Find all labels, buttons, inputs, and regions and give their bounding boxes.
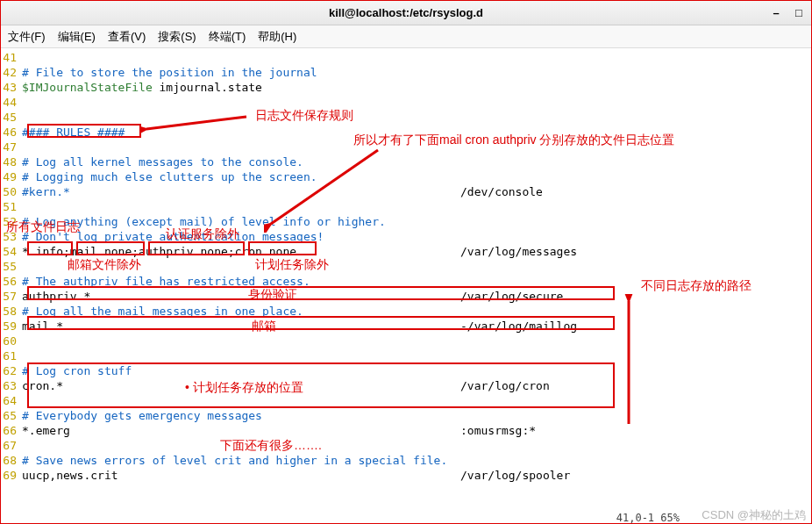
line-53: # Don't log private authentication messa…	[22, 229, 811, 244]
line-62: # Log cron stuff	[22, 363, 811, 378]
line-41	[22, 50, 811, 65]
line-63a: cron.*	[22, 378, 460, 393]
line-50a: #kern.*	[22, 184, 460, 199]
maximize-icon[interactable]: □	[792, 6, 806, 20]
window-controls: – □	[769, 6, 806, 20]
menu-edit[interactable]: 编辑(E)	[58, 29, 96, 45]
menu-help[interactable]: 帮助(H)	[258, 29, 296, 45]
editor-area[interactable]: 41 42# File to store the position in the…	[1, 48, 811, 524]
line-54a: *.info;mail.none;authpriv.none;cron.none	[22, 244, 460, 259]
line-61	[22, 348, 811, 363]
line-68: # Save news errors of level crit and hig…	[22, 453, 811, 468]
line-42: # File to store the position in the jour…	[22, 65, 811, 80]
menu-view[interactable]: 查看(V)	[108, 29, 146, 45]
line-57b: /var/log/secure	[460, 290, 563, 303]
line-67	[22, 438, 811, 453]
menu-search[interactable]: 搜索(S)	[158, 29, 196, 45]
line-69b: /var/log/spooler	[460, 469, 570, 482]
line-54b: /var/log/messages	[460, 245, 577, 258]
line-59b: -/var/log/maillog	[460, 319, 577, 333]
line-51	[22, 199, 811, 214]
line-44	[22, 95, 811, 110]
menu-file[interactable]: 文件(F)	[8, 29, 46, 45]
line-65: # Everybody gets emergency messages	[22, 408, 811, 423]
line-64	[22, 393, 811, 408]
code-lines: 41 42# File to store the position in the…	[1, 48, 811, 483]
line-49: # Logging much else clutters up the scre…	[22, 169, 811, 184]
window-title: kill@localhost:/etc/rsyslog.d	[329, 6, 483, 19]
status-bar: 41,0-1 65%	[616, 512, 680, 524]
line-50b: /dev/console	[460, 185, 543, 198]
line-45	[22, 110, 811, 125]
line-57a: authpriv.*	[22, 289, 460, 304]
line-69a: uucp,news.crit	[22, 468, 460, 483]
menubar: 文件(F) 编辑(E) 查看(V) 搜索(S) 终端(T) 帮助(H)	[1, 25, 811, 48]
line-63b: /var/log/cron	[460, 379, 550, 392]
line-58: # Log all the mail messages in one place…	[22, 304, 811, 319]
line-55	[22, 259, 811, 274]
menu-terminal[interactable]: 终端(T)	[209, 29, 246, 45]
line-60	[22, 334, 811, 348]
line-48: # Log all kernel messages to the console…	[22, 154, 811, 169]
watermark: CSDN @神秘的土鸡	[702, 507, 806, 523]
line-66b: :omusrmsg:*	[460, 424, 536, 437]
line-43a: $IMJournalStateFile	[22, 81, 160, 94]
line-47	[22, 140, 811, 154]
line-43b: imjournal.state	[160, 81, 262, 94]
line-66a: *.emerg	[22, 423, 460, 438]
minimize-icon[interactable]: –	[769, 6, 783, 20]
titlebar: kill@localhost:/etc/rsyslog.d – □	[1, 1, 811, 25]
line-46: #### RULES ####	[22, 125, 811, 140]
line-52: # Log anything (except mail) of level in…	[22, 214, 811, 229]
line-59a: mail.*	[22, 319, 460, 334]
line-56: # The authpriv file has restricted acces…	[22, 274, 811, 289]
